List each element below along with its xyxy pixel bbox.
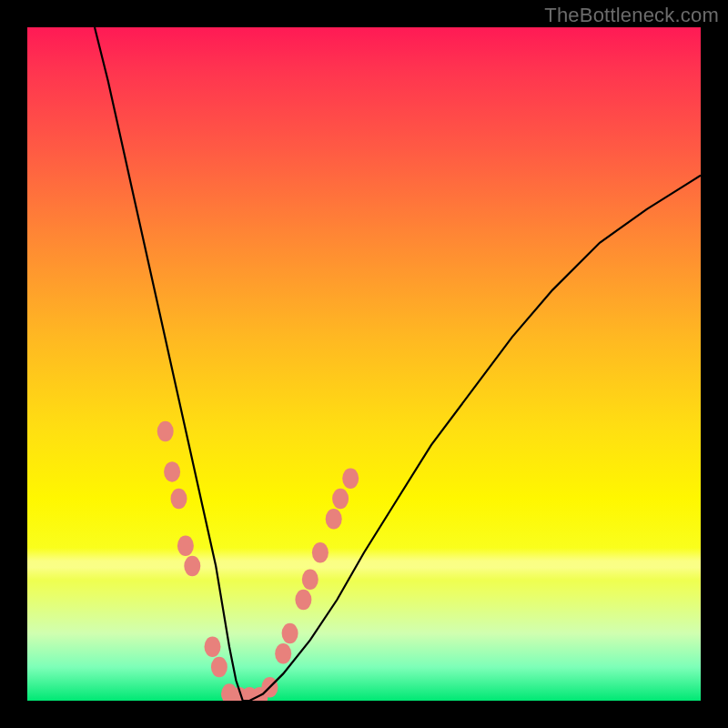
bottleneck-curve-path xyxy=(95,27,701,701)
marker-dot xyxy=(205,637,221,658)
marker-dot xyxy=(177,536,194,557)
marker-dot xyxy=(342,469,359,490)
marker-dot xyxy=(295,590,311,611)
chart-frame: TheBottleneck.com xyxy=(0,0,728,728)
marker-dot xyxy=(157,421,174,442)
marker-dot xyxy=(332,489,349,510)
marker-dot xyxy=(326,509,342,530)
marker-dots-group xyxy=(157,421,359,701)
marker-dot xyxy=(275,643,291,664)
watermark-text: TheBottleneck.com xyxy=(544,4,719,27)
curve-layer xyxy=(27,27,701,701)
plot-area xyxy=(27,27,701,701)
marker-dot xyxy=(302,570,318,591)
marker-dot xyxy=(282,623,298,644)
marker-dot xyxy=(164,461,180,482)
marker-dot xyxy=(211,657,228,678)
marker-dot xyxy=(184,556,200,577)
marker-dot xyxy=(312,542,329,563)
marker-dot xyxy=(171,489,187,510)
